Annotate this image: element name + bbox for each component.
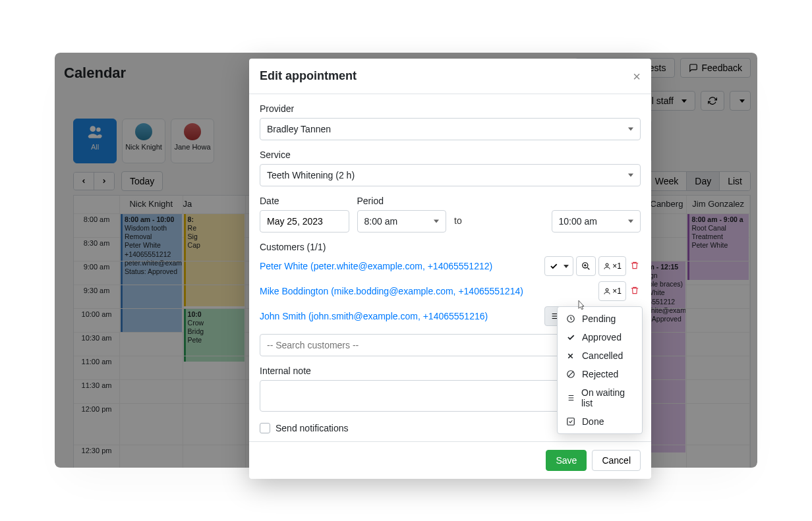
list-icon — [566, 393, 575, 402]
customer-link[interactable]: John Smith (john.smith@example.com, +140… — [260, 311, 488, 321]
status-button[interactable] — [544, 256, 573, 276]
period-to-select[interactable]: 10:00 am — [552, 210, 641, 233]
service-select[interactable]: Teeth Whitening (2 h) — [260, 164, 641, 186]
x-icon — [566, 352, 575, 360]
status-option-waiting[interactable]: On waiting list — [558, 383, 642, 412]
customer-link[interactable]: Mike Boddington (mike.bodding@example.co… — [260, 286, 523, 296]
to-label: to — [454, 215, 544, 233]
send-notifications-label: Send notifications — [276, 423, 349, 433]
search-user-icon — [581, 261, 591, 271]
save-button[interactable]: Save — [546, 450, 587, 471]
user-icon — [603, 287, 611, 295]
modal-title: Edit appointment — [260, 69, 357, 83]
close-button[interactable]: × — [633, 70, 641, 83]
svg-point-5 — [606, 288, 608, 291]
view-button[interactable] — [576, 256, 596, 276]
status-dropdown: Pending Approved Cancelled Rejected On w… — [557, 306, 643, 434]
send-notifications-checkbox[interactable] — [260, 423, 270, 433]
date-input[interactable] — [260, 210, 349, 233]
customer-row: Mike Boddington (mike.bodding@example.co… — [260, 281, 641, 301]
customer-link[interactable]: Peter White (peter.white@example.com, +1… — [260, 261, 492, 271]
check-square-icon — [566, 417, 575, 426]
user-icon — [603, 262, 611, 270]
delete-customer-button[interactable] — [629, 259, 641, 274]
svg-point-4 — [606, 263, 608, 266]
period-label: Period — [357, 196, 447, 206]
delete-customer-button[interactable] — [629, 284, 641, 299]
caret-down-icon — [564, 265, 569, 268]
people-count-button[interactable]: ×1 — [598, 281, 626, 301]
people-count-button[interactable]: ×1 — [598, 256, 626, 276]
service-label: Service — [260, 150, 641, 160]
date-label: Date — [260, 196, 349, 206]
status-option-pending[interactable]: Pending — [558, 310, 642, 328]
status-option-cancelled[interactable]: Cancelled — [558, 346, 642, 365]
check-icon — [549, 261, 558, 271]
svg-rect-10 — [567, 418, 574, 425]
status-option-approved[interactable]: Approved — [558, 328, 642, 346]
customers-label: Customers (1/1) — [260, 242, 641, 252]
status-option-done[interactable]: Done — [558, 412, 642, 431]
ban-icon — [566, 370, 575, 379]
cancel-button[interactable]: Cancel — [592, 450, 641, 471]
customer-row: Peter White (peter.white@example.com, +1… — [260, 256, 641, 276]
provider-select[interactable]: Bradley Tannen — [260, 118, 641, 140]
clock-icon — [566, 314, 575, 323]
trash-icon — [630, 286, 639, 295]
trash-icon — [630, 261, 639, 270]
provider-label: Provider — [260, 103, 641, 114]
period-from-select[interactable]: 8:00 am — [357, 210, 447, 233]
cursor-icon — [576, 300, 587, 310]
status-option-rejected[interactable]: Rejected — [558, 365, 642, 383]
check-icon — [566, 333, 575, 342]
